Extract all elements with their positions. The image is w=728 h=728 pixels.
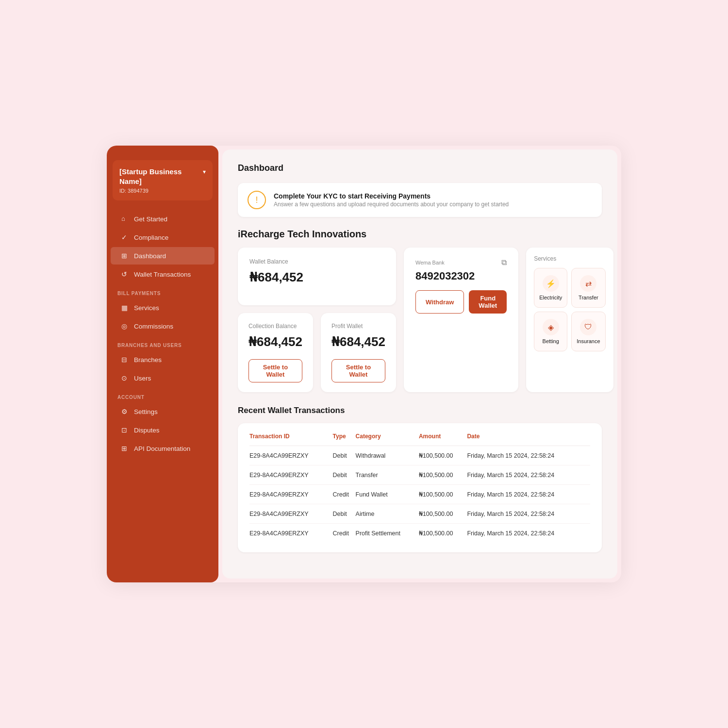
business-selector[interactable]: [Startup Business Name] ID: 3894739 ▾ <box>113 160 213 200</box>
kyc-banner: ! Complete Your KYC to start Receiving P… <box>238 183 602 217</box>
tx-type: Credit <box>333 524 356 543</box>
services-label: Services <box>534 255 605 262</box>
warning-icon: ! <box>248 191 266 209</box>
tx-id: E29-8A4CA99ERZXY <box>249 465 333 485</box>
commissions-icon: ◎ <box>121 322 129 330</box>
collection-label: Collection Balance <box>248 323 302 330</box>
services-grid: ⚡ Electricity ⇄ Transfer ◈ Betting 🛡 Ins… <box>534 268 605 351</box>
tx-date: Friday, March 15 2024, 22:58:24 <box>467 504 590 524</box>
transfer-label: Transfer <box>579 295 598 300</box>
disputes-icon: ⊡ <box>121 426 129 434</box>
tx-amount: ₦100,500.00 <box>419 465 467 485</box>
sidebar-item-compliance[interactable]: ✓ Compliance <box>111 229 215 246</box>
check-icon: ✓ <box>121 233 129 241</box>
betting-icon: ◈ <box>543 319 559 335</box>
sidebar-item-services[interactable]: ▦ Services <box>111 299 215 316</box>
copy-icon[interactable]: ⧉ <box>501 258 507 267</box>
sidebar-item-wallet-transactions[interactable]: ↺ Wallet Transactions <box>111 265 215 283</box>
col-category: Category <box>356 433 419 446</box>
profit-wallet-card: Profit Wallet ₦684,452 Settle to Wallet <box>321 313 396 392</box>
electricity-label: Electricity <box>539 295 562 300</box>
sidebar-item-commissions[interactable]: ◎ Commissions <box>111 317 215 335</box>
table-row: E29-8A4CA99ERZXY Credit Profit Settlemen… <box>249 524 590 543</box>
profit-settle-button[interactable]: Settle to Wallet <box>331 359 385 382</box>
cards-section: Wallet Balance ₦684,452 Collection Balan… <box>238 248 602 392</box>
collection-balance: ₦684,452 <box>248 334 302 349</box>
sidebar-item-api-documentation[interactable]: ⊞ API Documentation <box>111 440 215 457</box>
services-icon: ▦ <box>121 304 129 312</box>
grid-icon: ⊞ <box>121 252 129 260</box>
profit-label: Profit Wallet <box>331 323 385 330</box>
tx-id: E29-8A4CA99ERZXY <box>249 485 333 504</box>
service-electricity[interactable]: ⚡ Electricity <box>534 268 567 308</box>
tx-amount: ₦100,500.00 <box>419 485 467 504</box>
betting-label: Betting <box>543 338 559 344</box>
table-row: E29-8A4CA99ERZXY Debit Transfer ₦100,500… <box>249 465 590 485</box>
tx-category: Airtime <box>356 504 419 524</box>
api-docs-icon: ⊞ <box>121 445 129 452</box>
sidebar: [Startup Business Name] ID: 3894739 ▾ ⌂ … <box>107 146 218 582</box>
fund-wallet-button[interactable]: Fund Wallet <box>469 290 507 314</box>
tx-date: Friday, March 15 2024, 22:58:24 <box>467 446 590 465</box>
tx-date: Friday, March 15 2024, 22:58:24 <box>467 485 590 504</box>
sidebar-item-users[interactable]: ⊙ Users <box>111 369 215 387</box>
transactions-table: Transaction ID Type Category Amount Date… <box>249 433 590 543</box>
page-title: Dashboard <box>238 163 602 173</box>
tx-id: E29-8A4CA99ERZXY <box>249 504 333 524</box>
withdraw-button[interactable]: Withdraw <box>415 290 464 314</box>
table-row: E29-8A4CA99ERZXY Debit Withdrawal ₦100,5… <box>249 446 590 465</box>
tx-type: Debit <box>333 465 356 485</box>
services-card: Services ⚡ Electricity ⇄ Transfer ◈ Bett… <box>526 248 613 392</box>
tx-id: E29-8A4CA99ERZXY <box>249 446 333 465</box>
settings-icon: ⚙ <box>121 408 129 415</box>
wallet-balance-card: Wallet Balance ₦684,452 <box>238 248 396 305</box>
insurance-label: Insurance <box>577 338 600 344</box>
tx-date: Friday, March 15 2024, 22:58:24 <box>467 524 590 543</box>
collection-balance-card: Collection Balance ₦684,452 Settle to Wa… <box>238 313 313 392</box>
sidebar-item-dashboard[interactable]: ⊞ Dashboard <box>111 247 215 265</box>
kyc-title: Complete Your KYC to start Receiving Pay… <box>274 192 509 200</box>
table-row: E29-8A4CA99ERZXY Debit Airtime ₦100,500.… <box>249 504 590 524</box>
service-betting[interactable]: ◈ Betting <box>534 312 567 351</box>
sidebar-item-get-started[interactable]: ⌂ Get Started <box>111 210 215 228</box>
wallet-label: Wallet Balance <box>249 258 384 265</box>
bank-name: Wema Bank <box>415 260 445 265</box>
kyc-subtitle: Answer a few questions and upload requir… <box>274 201 509 208</box>
wallet-balance: ₦684,452 <box>249 270 384 285</box>
profit-balance: ₦684,452 <box>331 334 385 349</box>
chevron-down-icon: ▾ <box>203 168 206 175</box>
col-type: Type <box>333 433 356 446</box>
tx-category: Withdrawal <box>356 446 419 465</box>
tx-amount: ₦100,500.00 <box>419 504 467 524</box>
tx-amount: ₦100,500.00 <box>419 524 467 543</box>
users-icon: ⊙ <box>121 374 129 382</box>
collection-settle-button[interactable]: Settle to Wallet <box>248 359 302 382</box>
service-transfer[interactable]: ⇄ Transfer <box>571 268 605 308</box>
tx-type: Debit <box>333 446 356 465</box>
insurance-icon: 🛡 <box>580 319 596 335</box>
col-date: Date <box>467 433 590 446</box>
sidebar-item-disputes[interactable]: ⊡ Disputes <box>111 421 215 439</box>
tx-category: Fund Wallet <box>356 485 419 504</box>
home-icon: ⌂ <box>121 215 129 223</box>
electricity-icon: ⚡ <box>543 275 559 292</box>
sidebar-item-settings[interactable]: ⚙ Settings <box>111 403 215 420</box>
service-insurance[interactable]: 🛡 Insurance <box>571 312 605 351</box>
tx-category: Transfer <box>356 465 419 485</box>
tx-type: Credit <box>333 485 356 504</box>
bank-account-number: 8492032302 <box>415 270 507 282</box>
col-transaction-id: Transaction ID <box>249 433 333 446</box>
main-content: Dashboard ! Complete Your KYC to start R… <box>222 149 617 579</box>
history-icon: ↺ <box>121 270 129 278</box>
tx-type: Debit <box>333 504 356 524</box>
tx-date: Friday, March 15 2024, 22:58:24 <box>467 465 590 485</box>
transactions-title: Recent Wallet Transactions <box>238 406 602 415</box>
section-label-bill-payments: BILL PAYMENTS <box>107 284 218 299</box>
section-label-branches-users: BRANCHES AND USERS <box>107 336 218 351</box>
table-row: E29-8A4CA99ERZXY Credit Fund Wallet ₦100… <box>249 485 590 504</box>
sidebar-item-branches[interactable]: ⊟ Branches <box>111 351 215 368</box>
tx-amount: ₦100,500.00 <box>419 446 467 465</box>
col-amount: Amount <box>419 433 467 446</box>
branches-icon: ⊟ <box>121 356 129 364</box>
tx-category: Profit Settlement <box>356 524 419 543</box>
